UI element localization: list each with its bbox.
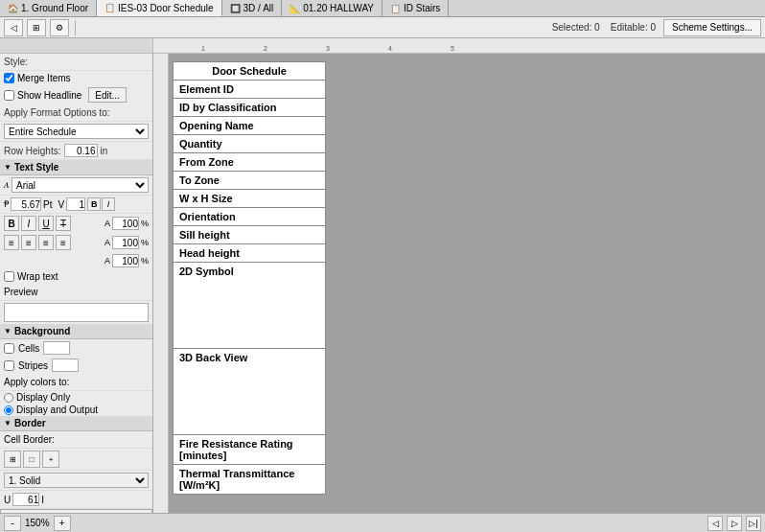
pt-label: Pt bbox=[43, 199, 52, 210]
table-row-fire-resistance: Fire Resistance Rating [minutes] bbox=[174, 435, 326, 465]
row-orientation: Orientation bbox=[174, 208, 326, 226]
table-row-2d-symbol: 2D Symbol bbox=[174, 263, 326, 349]
border-all-btn[interactable]: ⊞ bbox=[4, 451, 21, 468]
bold-icon[interactable]: B bbox=[87, 197, 101, 211]
style-label: Style: bbox=[4, 57, 28, 67]
tab-3d-all[interactable]: 🔲 3D / All bbox=[222, 0, 283, 16]
schedule-title: Door Schedule bbox=[174, 62, 326, 81]
tab-hallway[interactable]: 📐 01.20 HALLWAY bbox=[282, 0, 382, 16]
merge-items-label: Merge Items bbox=[17, 73, 71, 83]
nav-prev-btn[interactable]: ◁ bbox=[707, 516, 723, 531]
left-panel: Style: Merge Items Show Headline Edit...… bbox=[0, 54, 153, 513]
print-footer-btn[interactable]: Print Footer & Format Change bbox=[0, 509, 152, 513]
cell-border-label: Cell Border: bbox=[4, 434, 55, 445]
row-head-height: Head height bbox=[174, 244, 326, 263]
zoom-out-btn[interactable]: - bbox=[4, 516, 21, 531]
grid-btn[interactable]: ⊞ bbox=[27, 19, 46, 36]
merge-items-checkbox[interactable] bbox=[4, 73, 14, 83]
border-triangle: ▼ bbox=[4, 419, 12, 428]
show-headline-row: Show Headline Edit... bbox=[0, 85, 152, 104]
nav-back-btn[interactable]: ◁ bbox=[4, 19, 23, 36]
border-header: ▼ Border bbox=[0, 416, 152, 431]
row-heights-label: Row Heights: bbox=[4, 146, 60, 156]
font-dropdown[interactable]: Arial bbox=[12, 177, 149, 193]
align-right-btn[interactable]: ≡ bbox=[38, 235, 54, 250]
separator bbox=[75, 20, 76, 35]
tab-ground-floor[interactable]: 🏠 1. Ground Floor bbox=[0, 0, 97, 16]
font-size-row: Ᵽ Pt V B I bbox=[0, 196, 152, 214]
row-fire-resistance: Fire Resistance Rating [minutes] bbox=[174, 435, 326, 465]
display-only-row: Display Only bbox=[0, 391, 152, 404]
wrap-text-checkbox[interactable] bbox=[4, 271, 14, 282]
cells-row: Cells bbox=[0, 339, 152, 357]
align-left-btn[interactable]: ≡ bbox=[4, 235, 19, 250]
size-3-input[interactable] bbox=[112, 254, 139, 267]
display-output-label: Display and Output bbox=[16, 405, 98, 415]
italic-icon[interactable]: I bbox=[102, 197, 115, 211]
align-justify-btn[interactable]: ≡ bbox=[56, 235, 71, 250]
zoom-in-btn[interactable]: + bbox=[54, 516, 71, 531]
letter-icon: A bbox=[104, 219, 110, 228]
align-center-btn[interactable]: ≡ bbox=[21, 235, 36, 250]
size-1-input[interactable] bbox=[112, 217, 139, 230]
document-container: Door Schedule Element ID ID by Classific… bbox=[173, 61, 326, 495]
bottom-bar: - 150% + ◁ ▷ ▷| bbox=[0, 513, 765, 532]
schedule-table: Door Schedule Element ID ID by Classific… bbox=[173, 61, 326, 495]
settings-btn[interactable]: ⚙ bbox=[50, 19, 69, 36]
scheme-settings-btn[interactable]: Scheme Settings... bbox=[663, 19, 761, 36]
stripes-swatch[interactable] bbox=[52, 359, 79, 372]
stripes-checkbox[interactable] bbox=[4, 360, 14, 371]
background-header: ▼ Background bbox=[0, 324, 152, 339]
cells-checkbox[interactable] bbox=[4, 343, 14, 354]
background-label: Background bbox=[14, 326, 70, 336]
italic-btn[interactable]: I bbox=[21, 216, 36, 231]
edit-headline-btn[interactable]: Edit... bbox=[88, 87, 127, 103]
underline-btn[interactable]: U bbox=[38, 216, 54, 231]
cell-border-row: Cell Border: bbox=[0, 431, 152, 449]
table-row-thermal: Thermal Transmittance [W/m²K] bbox=[174, 465, 326, 495]
v-label: V bbox=[58, 199, 64, 210]
style-row: Style: bbox=[0, 54, 152, 71]
canvas-area: Door Schedule Element ID ID by Classific… bbox=[153, 54, 765, 513]
selected-info: Selected: 0 Editable: 0 bbox=[552, 22, 656, 33]
zoom-level: 150% bbox=[25, 518, 50, 528]
3d-icon: 🔲 bbox=[230, 4, 241, 13]
strikethrough-btn[interactable]: T bbox=[56, 216, 71, 231]
display-output-row: Display and Output bbox=[0, 404, 152, 416]
table-row-title: Door Schedule bbox=[174, 62, 326, 81]
row-heights-input[interactable] bbox=[64, 144, 98, 157]
cells-swatch[interactable] bbox=[43, 341, 70, 355]
wrap-text-label: Wrap text bbox=[17, 271, 58, 282]
nav-next-btn[interactable]: ▷ bbox=[727, 516, 742, 531]
tab-door-schedule[interactable]: 📋 IES-03 Door Schedule bbox=[97, 0, 222, 16]
tab-stairs[interactable]: 📋 ID Stairs bbox=[382, 0, 449, 16]
font-size-input[interactable] bbox=[11, 197, 41, 211]
v-input[interactable] bbox=[66, 197, 85, 211]
percent-label-1: % bbox=[141, 219, 149, 228]
apply-colors-label: Apply colors to: bbox=[4, 377, 69, 387]
letter-icon-2: A bbox=[104, 238, 110, 247]
border-outer-btn[interactable]: □ bbox=[23, 451, 40, 468]
border-label: Border bbox=[14, 418, 46, 428]
stripes-label: Stripes bbox=[18, 360, 48, 371]
border-width-input[interactable] bbox=[12, 493, 39, 506]
main-layout: Style: Merge Items Show Headline Edit...… bbox=[0, 54, 765, 513]
size-2-input[interactable] bbox=[112, 236, 139, 249]
bold-btn[interactable]: B bbox=[4, 216, 19, 231]
top-toolbar: ◁ ⊞ ⚙ Selected: 0 Editable: 0 Scheme Set… bbox=[0, 17, 765, 38]
vertical-ruler bbox=[153, 54, 169, 513]
border-inner-btn[interactable]: + bbox=[42, 451, 59, 468]
nav-end-btn[interactable]: ▷| bbox=[746, 516, 761, 531]
row-opening-name: Opening Name bbox=[174, 117, 326, 135]
floor-icon: 🏠 bbox=[8, 4, 18, 13]
display-output-radio[interactable] bbox=[4, 405, 13, 415]
cell-border-controls: ⊞ □ + bbox=[0, 449, 152, 471]
format-dropdown[interactable]: Entire Schedule bbox=[4, 124, 149, 139]
border-style-dropdown[interactable]: 1. Solid bbox=[4, 473, 149, 488]
horizontal-ruler: 1 2 3 4 5 bbox=[153, 38, 765, 53]
show-headline-checkbox[interactable] bbox=[4, 90, 14, 101]
table-row-9: Head height bbox=[174, 244, 326, 263]
merge-items-row: Merge Items bbox=[0, 71, 152, 85]
print-footer-row: Print Footer & Format Change bbox=[0, 509, 152, 513]
display-only-radio[interactable] bbox=[4, 393, 13, 403]
